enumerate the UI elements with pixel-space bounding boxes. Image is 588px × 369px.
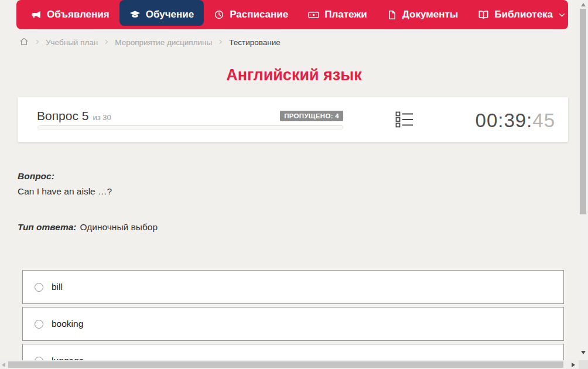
nav-item-label: Расписание bbox=[230, 9, 288, 20]
megaphone-icon bbox=[31, 9, 42, 20]
nav-item-announcements[interactable]: Объявления bbox=[21, 0, 119, 26]
timer-main: 00:39: bbox=[476, 110, 533, 131]
graduation-cap-icon bbox=[129, 9, 141, 20]
breadcrumb: Учебный план Мероприятие дисциплины Тест… bbox=[19, 36, 281, 48]
nav-item-library[interactable]: Библиотека bbox=[468, 0, 576, 26]
timer: 00:39:45 bbox=[476, 110, 555, 132]
book-icon bbox=[478, 9, 489, 20]
skipped-badge: ПРОПУЩЕНО: 4 bbox=[280, 111, 343, 121]
chevron-down-icon bbox=[558, 11, 566, 19]
nav-item-payments[interactable]: Платежи bbox=[298, 0, 377, 26]
chevron-right-icon bbox=[103, 38, 110, 47]
answer-type-value: Одиночный выбор bbox=[80, 222, 158, 232]
question-number: Вопрос 5из 30 bbox=[37, 109, 111, 123]
vertical-scrollbar[interactable] bbox=[579, 0, 588, 360]
answer-type-label: Тип ответа: bbox=[18, 222, 77, 232]
breadcrumb-item-curriculum[interactable]: Учебный план bbox=[46, 38, 98, 47]
document-icon bbox=[387, 10, 397, 20]
page-title: Английский язык bbox=[0, 66, 588, 84]
nav-item-label: Библиотека bbox=[494, 9, 553, 20]
scroll-left-arrow-icon[interactable] bbox=[2, 363, 5, 367]
answer-option-bill[interactable]: bill bbox=[22, 270, 564, 304]
progress-bar bbox=[37, 125, 343, 129]
question-label: Вопрос: bbox=[18, 171, 54, 182]
nav-item-schedule[interactable]: Расписание bbox=[204, 0, 298, 26]
breadcrumb-item-testing: Тестирование bbox=[229, 38, 281, 47]
home-icon[interactable] bbox=[19, 37, 29, 48]
question-list-icon[interactable] bbox=[395, 111, 413, 130]
main-navbar: Объявления Обучение Расписание Платежи Д… bbox=[16, 0, 568, 29]
scroll-right-arrow-icon[interactable] bbox=[572, 363, 575, 367]
chevron-right-icon bbox=[217, 38, 224, 47]
breadcrumb-item-discipline-event[interactable]: Мероприятие дисциплины bbox=[115, 38, 212, 47]
nav-item-documents[interactable]: Документы bbox=[377, 0, 469, 26]
option-label: bill bbox=[52, 282, 63, 292]
scroll-up-arrow-icon[interactable] bbox=[581, 3, 586, 6]
nav-item-label: Объявления bbox=[47, 9, 110, 20]
nav-item-label: Обучение bbox=[146, 9, 194, 20]
radio-button[interactable] bbox=[35, 283, 43, 292]
scrollbar-corner bbox=[579, 360, 588, 369]
question-text: Can I have an aisle …? bbox=[18, 186, 112, 197]
question-header-card: Вопрос 5из 30 ПРОПУЩЕНО: 4 00:39:45 bbox=[18, 97, 568, 142]
horizontal-scrollbar[interactable] bbox=[0, 360, 579, 369]
answer-options: bill booking luggage bbox=[22, 270, 564, 369]
nav-item-label: Документы bbox=[402, 9, 459, 20]
banknote-icon bbox=[308, 9, 319, 20]
scroll-down-arrow-icon[interactable] bbox=[581, 351, 586, 354]
nav-item-learning[interactable]: Обучение bbox=[119, 0, 204, 26]
chevron-right-icon bbox=[34, 38, 40, 47]
timer-seconds: 45 bbox=[532, 110, 555, 131]
answer-option-booking[interactable]: booking bbox=[22, 307, 564, 341]
answer-type-row: Тип ответа:Одиночный выбор bbox=[18, 222, 158, 233]
horizontal-scrollbar-thumb[interactable] bbox=[8, 361, 563, 368]
vertical-scrollbar-thumb[interactable] bbox=[580, 9, 586, 214]
question-total: из 30 bbox=[93, 113, 111, 122]
radio-button[interactable] bbox=[35, 320, 43, 329]
nav-item-label: Платежи bbox=[324, 9, 367, 20]
option-label: booking bbox=[52, 319, 83, 329]
clock-icon bbox=[214, 9, 224, 20]
